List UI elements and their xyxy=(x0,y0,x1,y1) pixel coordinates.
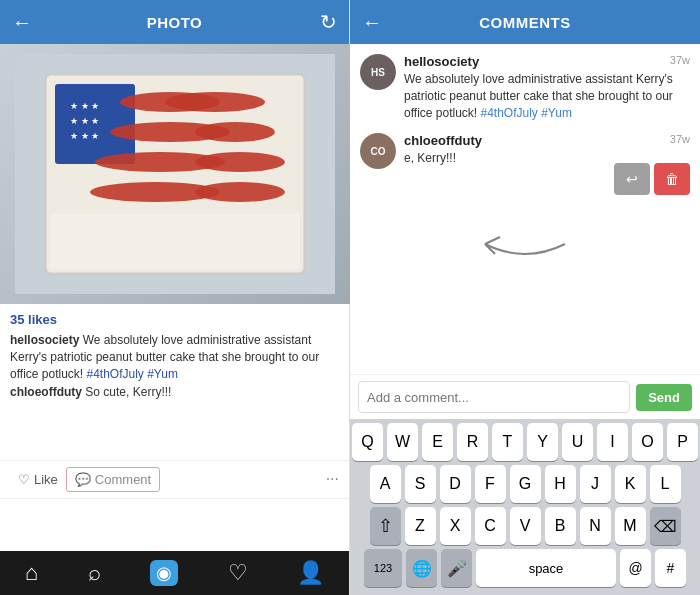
left-panel: ← PHOTO ↻ ★ ★ ★ ★ ★ ★ ★ ★ ★ xyxy=(0,0,350,595)
svg-point-11 xyxy=(195,152,285,172)
refresh-button[interactable]: ↻ xyxy=(320,10,337,34)
action-bar: ♡ Like 💬 Comment ··· xyxy=(0,460,349,499)
more-button[interactable]: ··· xyxy=(326,470,339,488)
delete-button[interactable]: 🗑 xyxy=(654,163,690,195)
comments-title: COMMENTS xyxy=(479,14,571,31)
key-z[interactable]: Z xyxy=(405,507,436,545)
comments-back-button[interactable]: ← xyxy=(362,11,382,34)
like-label: Like xyxy=(34,472,58,487)
key-n[interactable]: N xyxy=(580,507,611,545)
comments-area: HS hellosociety 37w We absolutely love a… xyxy=(350,44,700,374)
flag-cake-image: ★ ★ ★ ★ ★ ★ ★ ★ ★ xyxy=(15,54,335,294)
svg-point-9 xyxy=(195,122,275,142)
key-b[interactable]: B xyxy=(545,507,576,545)
caption-username: hellosociety xyxy=(10,333,79,347)
comment-button[interactable]: 💬 Comment xyxy=(66,467,160,492)
comment-content-1: hellosociety 37w We absolutely love admi… xyxy=(404,54,690,121)
key-f[interactable]: F xyxy=(475,465,506,503)
key-hash[interactable]: # xyxy=(655,549,686,587)
comment-item-2: CO chloeoffduty 37w e, Kerry!!! ↩ 🗑 xyxy=(360,133,690,169)
key-u[interactable]: U xyxy=(562,423,593,461)
send-button[interactable]: Send xyxy=(636,384,692,411)
photo-title: PHOTO xyxy=(147,14,203,31)
key-e[interactable]: E xyxy=(422,423,453,461)
comment-label: Comment xyxy=(95,472,151,487)
comment-text-1: We absolutely love administrative assist… xyxy=(404,71,690,121)
key-k[interactable]: K xyxy=(615,465,646,503)
home-nav-icon[interactable]: ⌂ xyxy=(25,560,38,586)
key-v[interactable]: V xyxy=(510,507,541,545)
comment-input[interactable] xyxy=(358,381,630,413)
keyboard-row-2: A S D F G H J K L xyxy=(352,465,698,503)
keyboard: Q W E R T Y U I O P A S D F G H J K L ⇧ … xyxy=(350,419,700,595)
key-g[interactable]: G xyxy=(510,465,541,503)
key-w[interactable]: W xyxy=(387,423,418,461)
key-mic[interactable]: 🎤 xyxy=(441,549,472,587)
caption-hashtags: #4thOfJuly #Yum xyxy=(87,367,178,381)
svg-text:★ ★ ★: ★ ★ ★ xyxy=(70,116,99,126)
comments-header: ← COMMENTS xyxy=(350,0,700,44)
key-globe[interactable]: 🌐 xyxy=(406,549,437,587)
comment-actions: ↩ 🗑 xyxy=(614,163,690,195)
comment-line: chloeoffduty So cute, Kerry!!! xyxy=(10,385,339,399)
key-shift[interactable]: ⇧ xyxy=(370,507,401,545)
key-d[interactable]: D xyxy=(440,465,471,503)
post-caption: hellosociety We absolutely love administ… xyxy=(10,332,339,382)
photo-area: ★ ★ ★ ★ ★ ★ ★ ★ ★ xyxy=(0,44,350,304)
back-button[interactable]: ← xyxy=(12,11,32,34)
key-j[interactable]: J xyxy=(580,465,611,503)
reply-button[interactable]: ↩ xyxy=(614,163,650,195)
key-delete[interactable]: ⌫ xyxy=(650,507,681,545)
key-h[interactable]: H xyxy=(545,465,576,503)
post-info: 35 likes hellosociety We absolutely love… xyxy=(0,304,349,407)
key-a[interactable]: A xyxy=(370,465,401,503)
comment-time-1: 37w xyxy=(670,54,690,66)
right-panel: ← COMMENTS HS hellosociety 37w We absolu… xyxy=(350,0,700,595)
swipe-arrow-gesture xyxy=(360,209,690,274)
key-p[interactable]: P xyxy=(667,423,698,461)
heart-nav-icon[interactable]: ♡ xyxy=(228,560,248,586)
comment-username-1: hellosociety xyxy=(404,54,479,69)
comment-header-2: chloeoffduty 37w xyxy=(404,133,690,148)
key-q[interactable]: Q xyxy=(352,423,383,461)
avatar-inner-2: CO xyxy=(360,133,396,169)
profile-nav-icon[interactable]: 👤 xyxy=(297,560,324,586)
key-at[interactable]: @ xyxy=(620,549,651,587)
key-space[interactable]: space xyxy=(476,549,616,587)
key-i[interactable]: I xyxy=(597,423,628,461)
avatar-2: CO xyxy=(360,133,396,169)
comment-username-2: chloeoffduty xyxy=(404,133,482,148)
key-s[interactable]: S xyxy=(405,465,436,503)
arrow-icon xyxy=(465,219,585,269)
search-nav-icon[interactable]: ⌕ xyxy=(88,560,101,586)
comment-username: chloeoffduty xyxy=(10,385,82,399)
svg-text:★ ★ ★: ★ ★ ★ xyxy=(70,131,99,141)
key-123[interactable]: 123 xyxy=(364,549,402,587)
likes-count: 35 likes xyxy=(10,312,339,327)
svg-point-13 xyxy=(195,182,285,202)
comment-time-2: 37w xyxy=(670,133,690,145)
key-m[interactable]: M xyxy=(615,507,646,545)
bottom-nav: ⌂ ⌕ ◉ ♡ 👤 xyxy=(0,551,349,595)
add-comment-bar: Send xyxy=(350,374,700,419)
camera-nav-icon[interactable]: ◉ xyxy=(150,560,178,586)
keyboard-row-4: 123 🌐 🎤 space @ # xyxy=(352,549,698,587)
key-y[interactable]: Y xyxy=(527,423,558,461)
photo-placeholder: ★ ★ ★ ★ ★ ★ ★ ★ ★ xyxy=(0,44,350,304)
key-c[interactable]: C xyxy=(475,507,506,545)
comment-item-1: HS hellosociety 37w We absolutely love a… xyxy=(360,54,690,121)
key-r[interactable]: R xyxy=(457,423,488,461)
keyboard-row-1: Q W E R T Y U I O P xyxy=(352,423,698,461)
photo-header: ← PHOTO ↻ xyxy=(0,0,349,44)
key-o[interactable]: O xyxy=(632,423,663,461)
key-x[interactable]: X xyxy=(440,507,471,545)
key-l[interactable]: L xyxy=(650,465,681,503)
key-t[interactable]: T xyxy=(492,423,523,461)
comment-text-content: So cute, Kerry!!! xyxy=(85,385,171,399)
like-button[interactable]: ♡ Like xyxy=(10,468,66,491)
comment-icon: 💬 xyxy=(75,472,91,487)
heart-icon: ♡ xyxy=(18,472,30,487)
svg-text:★ ★ ★: ★ ★ ★ xyxy=(70,101,99,111)
avatar-1: HS xyxy=(360,54,396,90)
avatar-inner-1: HS xyxy=(360,54,396,90)
